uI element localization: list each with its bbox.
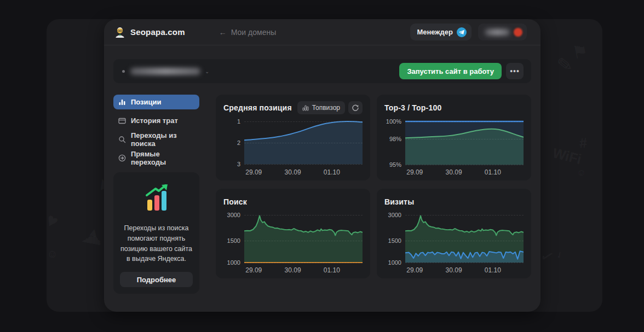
chevron-down-icon[interactable]: ⌄ xyxy=(205,68,209,74)
x-tick-label: 01.10 xyxy=(324,168,340,176)
x-tick-label: 01.10 xyxy=(485,266,501,274)
balance-blurred-button[interactable] xyxy=(478,24,527,40)
chart-card-search: Поиск 300015001000 29.0930.0901.10 xyxy=(216,189,370,278)
chart-plot xyxy=(244,211,363,264)
x-axis-labels: 29.0930.0901.10 xyxy=(244,166,363,177)
y-tick-label: 1000 xyxy=(388,259,401,266)
topvisor-badge[interactable]: Топвизор xyxy=(297,101,345,114)
y-axis-labels: 300015001000 xyxy=(223,211,244,264)
y-tick-label: 98% xyxy=(389,136,401,142)
red-badge-icon xyxy=(514,28,522,37)
x-axis-labels: 29.0930.0901.10 xyxy=(405,264,524,275)
doodle-glyph: ☺ xyxy=(47,248,58,260)
doodle-glyph: ⚑ xyxy=(570,40,590,63)
doodle-glyph: ✓ xyxy=(554,249,565,261)
doodle-glyph: ✓ xyxy=(538,245,557,267)
x-tick-label: 01.10 xyxy=(324,266,340,274)
doodle-glyph: WiFi xyxy=(551,145,583,167)
x-tick-label: 30.09 xyxy=(446,266,462,274)
y-tick-label: 2 xyxy=(237,139,240,146)
blurred-balance-value xyxy=(485,29,510,36)
app-title: Seopapa.com xyxy=(130,27,185,37)
x-tick-label: 29.09 xyxy=(245,168,262,176)
mini-bars-icon xyxy=(302,104,309,111)
chart-plot xyxy=(405,117,524,166)
chart-plot xyxy=(405,211,524,264)
chart-card-top3-top100: Top-3 / Top-100 100%98%95% 29.0930.0901.… xyxy=(377,95,531,180)
launch-site-button[interactable]: Запустить сайт в работу xyxy=(399,63,502,79)
y-tick-label: 1000 xyxy=(227,259,240,266)
x-tick-label: 29.09 xyxy=(245,266,262,274)
y-tick-label: 3 xyxy=(237,161,240,167)
chart-header: Top-3 / Top-100 xyxy=(384,101,524,114)
refresh-button[interactable] xyxy=(348,101,363,114)
chart-title: Средняя позиция xyxy=(223,103,292,112)
chart-header: Поиск xyxy=(223,195,363,208)
y-tick-label: 3000 xyxy=(227,212,240,218)
y-tick-label: 3000 xyxy=(388,212,401,218)
papa-avatar-icon xyxy=(114,26,126,38)
y-tick-label: 100% xyxy=(386,118,401,125)
promo-text: Переходы из поиска помогают поднять пози… xyxy=(120,223,193,264)
doodle-glyph: ☁ xyxy=(80,222,105,249)
chart-header: Средняя позиция Топвизор xyxy=(223,101,363,114)
sidebar-item-label: Прямые переходы xyxy=(131,150,194,166)
card-icon xyxy=(118,117,126,125)
chart-plot xyxy=(244,117,363,166)
main-panel: Seopapa.com ← Мои домены Менеждер xyxy=(104,19,540,312)
panel-header: Seopapa.com ← Мои домены Менеждер xyxy=(104,19,540,45)
header-actions: Менеждер xyxy=(410,24,527,40)
y-axis-labels: 100%98%95% xyxy=(384,117,405,166)
chart-title: Top-3 / Top-100 xyxy=(384,103,441,112)
x-tick-label: 01.10 xyxy=(485,168,501,176)
sidebar-item-direct-transitions[interactable]: Прямые переходы xyxy=(113,150,199,165)
doodle-glyph: ▲ xyxy=(87,224,101,241)
promo-card: Переходы из поиска помогают поднять пози… xyxy=(113,172,199,294)
sidebar: Позиции История трат xyxy=(113,95,199,312)
sidebar-item-label: Переходы из поиска xyxy=(131,131,194,148)
y-tick-label: 95% xyxy=(389,161,401,168)
topvisor-label: Топвизор xyxy=(312,104,340,112)
x-tick-label: 30.09 xyxy=(285,266,301,274)
manager-button[interactable]: Менеждер xyxy=(410,24,472,40)
bar-chart-icon xyxy=(118,98,126,106)
x-tick-label: 30.09 xyxy=(446,168,462,176)
panel-body: ⌄ Запустить сайт в работу ••• Позиции xyxy=(104,45,540,312)
y-axis-labels: 300015001000 xyxy=(384,211,405,264)
sidebar-item-label: История трат xyxy=(131,117,178,125)
domain-status-dot xyxy=(122,70,125,73)
page: ♥✓✎☁♪✉☺⌂✆⚑#WiFi◯▲♬☰♥✓✎☁♪✉☺⌂✆⚑#WiFi◯▲♬☰♥✓… xyxy=(0,0,644,332)
y-tick-label: 1 xyxy=(237,118,240,125)
sidebar-item-search-transitions[interactable]: Переходы из поиска xyxy=(113,132,199,147)
blurred-domain-name xyxy=(130,68,200,75)
growth-chart-icon xyxy=(141,183,172,214)
chart-title: Визиты xyxy=(384,197,414,206)
chart-header: Визиты xyxy=(384,195,524,208)
sidebar-item-label: Позиции xyxy=(131,98,162,106)
chart-card-visits: Визиты 300015001000 29.0930.0901.10 xyxy=(377,189,531,278)
telegram-icon xyxy=(457,27,467,37)
chart-title: Поиск xyxy=(223,197,247,206)
doodle-glyph: ✎ xyxy=(556,53,574,77)
y-tick-label: 1500 xyxy=(388,237,401,244)
x-tick-label: 30.09 xyxy=(285,168,301,176)
app-logo: Seopapa.com xyxy=(114,26,185,38)
content-row: Позиции История трат xyxy=(113,95,531,312)
charts-grid: Средняя позиция Топвизор xyxy=(216,95,531,312)
arrow-circle-icon xyxy=(118,154,126,162)
y-axis-labels: 123 xyxy=(223,117,244,166)
promo-details-button[interactable]: Подробнее xyxy=(120,272,193,287)
x-axis-labels: 29.0930.0901.10 xyxy=(405,166,524,177)
chart-card-average-position: Средняя позиция Топвизор xyxy=(216,95,370,180)
breadcrumb[interactable]: ← Мои домены xyxy=(219,28,276,37)
manager-label: Менеждер xyxy=(417,28,453,36)
doodle-glyph: # xyxy=(579,135,588,152)
sidebar-item-positions[interactable]: Позиции xyxy=(113,95,199,109)
sidebar-item-spend-history[interactable]: История трат xyxy=(113,113,199,128)
more-options-button[interactable]: ••• xyxy=(506,63,524,79)
x-tick-label: 29.09 xyxy=(406,168,423,176)
domain-bar: ⌄ Запустить сайт в работу ••• xyxy=(113,59,531,83)
y-tick-label: 1500 xyxy=(227,237,240,244)
refresh-icon xyxy=(352,104,359,112)
x-axis-labels: 29.0930.0901.10 xyxy=(244,264,363,275)
